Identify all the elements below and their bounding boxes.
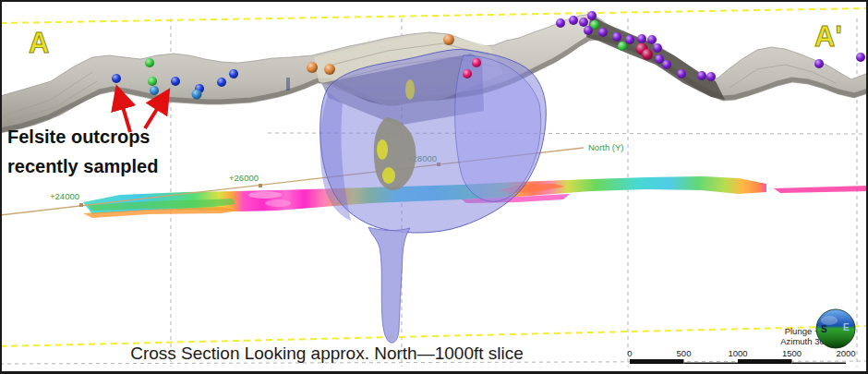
annotation-line2: recently sampled	[7, 156, 158, 176]
globe-letter-east: E	[843, 322, 850, 332]
sample-point-blue[interactable]	[112, 74, 121, 83]
scale-bar-label: 2000	[836, 348, 855, 358]
sample-point-azure[interactable]	[192, 90, 202, 100]
sample-point-blue[interactable]	[229, 69, 238, 78]
section-label-a-prime: A'	[814, 20, 842, 53]
axis-tick-label: +24000	[50, 191, 79, 201]
sample-point-purple[interactable]	[814, 59, 824, 68]
scale-bar-segment	[630, 359, 684, 364]
sample-point-purple[interactable]	[697, 71, 706, 80]
sample-point-purple[interactable]	[653, 43, 662, 53]
sample-point-blue[interactable]	[171, 77, 180, 86]
annotation-line1: Felsite outcrops	[7, 127, 150, 147]
axis-tick-label: +26000	[229, 173, 259, 183]
sample-point-purple[interactable]	[856, 53, 865, 62]
globe-letter-south: S	[821, 324, 827, 334]
sample-point-purple[interactable]	[612, 32, 621, 42]
sample-point-orange[interactable]	[307, 62, 318, 73]
sample-point-green[interactable]	[148, 77, 157, 86]
sample-point-orange[interactable]	[443, 34, 454, 45]
scale-bar-segment	[792, 363, 847, 365]
mineral-zone-blob	[405, 79, 415, 100]
sample-point-purple[interactable]	[598, 28, 608, 37]
scale-bar-label: 500	[677, 348, 692, 358]
scale-bar-segment	[684, 363, 739, 365]
sample-point-purple[interactable]	[655, 54, 664, 64]
sample-point-purple[interactable]	[584, 26, 593, 35]
scale-bar-segment	[738, 359, 792, 364]
sample-point-green[interactable]	[618, 42, 627, 51]
scale-bar-label: 1000	[728, 348, 747, 358]
sample-point-pink[interactable]	[463, 69, 472, 78]
section-label-a: A	[29, 27, 49, 59]
sample-point-purple[interactable]	[569, 16, 578, 25]
sample-point-purple[interactable]	[625, 35, 634, 44]
heatmap-hotspot	[248, 191, 282, 199]
section-view-canvas[interactable]: North (Y) +24000+26000+28000 Felsite out…	[0, 0, 868, 374]
sample-point-purple[interactable]	[637, 34, 646, 43]
orientation-globe-icon[interactable]: S E	[816, 309, 855, 348]
sample-point-blue[interactable]	[217, 78, 226, 87]
cross-section-viewport: North (Y) +24000+26000+28000 Felsite out…	[0, 0, 868, 374]
mineral-zone-blob	[382, 167, 395, 184]
sample-point-crimson[interactable]	[642, 49, 653, 60]
sample-point-green[interactable]	[145, 58, 154, 67]
axis-tick	[259, 184, 262, 187]
terrain-blue-streak	[286, 78, 290, 90]
sample-point-azure[interactable]	[150, 86, 159, 95]
sample-point-pink[interactable]	[472, 58, 481, 67]
sample-point-purple[interactable]	[647, 35, 657, 44]
sample-point-orange[interactable]	[324, 64, 335, 75]
sample-point-purple[interactable]	[662, 60, 671, 69]
sample-point-purple[interactable]	[587, 11, 597, 20]
scale-bar-label: 0	[627, 348, 632, 358]
caption: Cross Section Looking approx. North—1000…	[130, 344, 524, 363]
north-axis-label: North (Y)	[588, 142, 624, 152]
mineral-zone-blob	[377, 139, 388, 160]
sample-point-purple[interactable]	[706, 72, 716, 81]
axis-tick	[79, 203, 83, 207]
sample-point-purple[interactable]	[677, 69, 686, 78]
scale-bar-label: 1500	[782, 348, 802, 358]
sample-point-purple[interactable]	[579, 18, 588, 27]
sample-point-purple[interactable]	[556, 18, 565, 28]
heatmap-hotspot	[265, 199, 291, 207]
